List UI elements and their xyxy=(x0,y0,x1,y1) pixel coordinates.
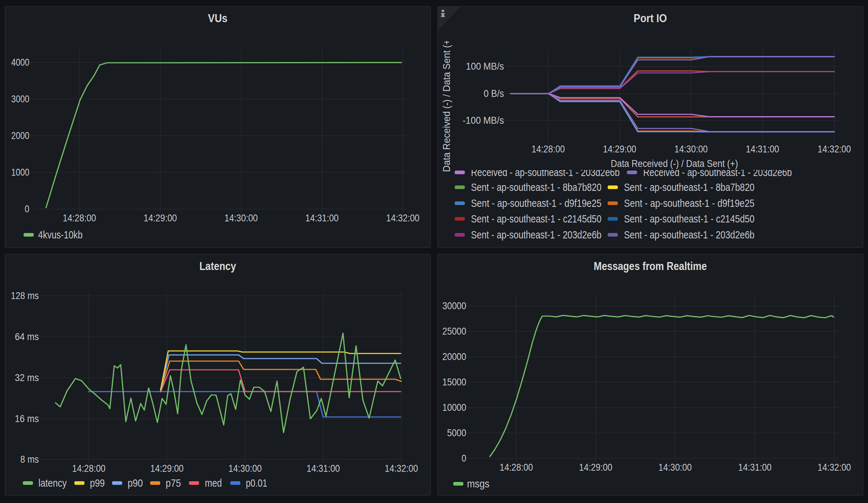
svg-text:0: 0 xyxy=(462,453,466,464)
svg-text:2000: 2000 xyxy=(11,130,29,141)
svg-text:Messages from Realtime: Messages from Realtime xyxy=(594,259,707,273)
svg-text:p0.01: p0.01 xyxy=(246,477,267,489)
svg-text:16 ms: 16 ms xyxy=(15,413,39,424)
svg-text:Data Received (-) / Data Sent: Data Received (-) / Data Sent (+) xyxy=(611,158,738,169)
svg-text:128 ms: 128 ms xyxy=(11,290,39,301)
svg-text:Received - ap-southeast-1 - 20: Received - ap-southeast-1 - 203d2e6b xyxy=(471,166,620,178)
svg-text:14:29:00: 14:29:00 xyxy=(150,463,184,474)
svg-text:med: med xyxy=(205,477,222,489)
svg-text:Sent - ap-southeast-1 - 203d2e: Sent - ap-southeast-1 - 203d2e6b xyxy=(624,229,755,241)
svg-text:Latency: Latency xyxy=(199,259,236,273)
svg-text:14:31:00: 14:31:00 xyxy=(738,462,772,473)
svg-text:14:30:00: 14:30:00 xyxy=(658,462,692,473)
svg-text:14:30:00: 14:30:00 xyxy=(224,213,258,224)
svg-text:100 MB/s: 100 MB/s xyxy=(466,61,504,72)
svg-text:Sent - ap-southeast-1 - 8ba7b8: Sent - ap-southeast-1 - 8ba7b820 xyxy=(471,181,602,193)
svg-text:14:32:00: 14:32:00 xyxy=(818,462,851,473)
svg-text:14:30:00: 14:30:00 xyxy=(228,463,262,474)
svg-text:3000: 3000 xyxy=(11,94,29,105)
svg-text:64 ms: 64 ms xyxy=(15,331,39,342)
svg-text:8 ms: 8 ms xyxy=(20,454,39,465)
svg-text:msgs: msgs xyxy=(467,478,489,490)
svg-text:32 ms: 32 ms xyxy=(15,372,39,383)
svg-text:14:31:00: 14:31:00 xyxy=(307,463,340,474)
svg-text:14:29:00: 14:29:00 xyxy=(144,213,177,224)
svg-text:Sent - ap-southeast-1 - c2145d: Sent - ap-southeast-1 - c2145d50 xyxy=(624,213,755,225)
svg-text:14:32:00: 14:32:00 xyxy=(386,213,419,224)
svg-text:Sent - ap-southeast-1 - 8ba7b8: Sent - ap-southeast-1 - 8ba7b820 xyxy=(624,181,755,193)
svg-text:-100 MB/s: -100 MB/s xyxy=(463,115,504,126)
svg-text:14:31:00: 14:31:00 xyxy=(305,213,339,224)
svg-text:VUs: VUs xyxy=(208,12,228,25)
svg-text:14:28:00: 14:28:00 xyxy=(500,462,533,473)
svg-text:p90: p90 xyxy=(128,477,143,489)
svg-text:p75: p75 xyxy=(166,477,181,489)
svg-text:14:31:00: 14:31:00 xyxy=(746,144,779,155)
svg-text:Sent - ap-southeast-1 - c2145d: Sent - ap-southeast-1 - c2145d50 xyxy=(471,213,602,225)
svg-text:14:29:00: 14:29:00 xyxy=(579,462,612,473)
svg-text:4kvus-10kb: 4kvus-10kb xyxy=(38,229,83,241)
svg-text:15000: 15000 xyxy=(442,377,466,388)
svg-text:4000: 4000 xyxy=(11,57,29,68)
svg-text:14:32:00: 14:32:00 xyxy=(818,144,851,155)
svg-text:14:32:00: 14:32:00 xyxy=(385,463,418,474)
svg-text:latency: latency xyxy=(38,477,67,489)
svg-text:1000: 1000 xyxy=(11,167,29,178)
svg-text:0: 0 xyxy=(25,204,29,214)
svg-text:Port IO: Port IO xyxy=(634,12,667,25)
svg-text:Sent - ap-southeast-1 - d9f19e: Sent - ap-southeast-1 - d9f19e25 xyxy=(471,197,602,209)
svg-text:5000: 5000 xyxy=(447,428,466,438)
svg-text:10000: 10000 xyxy=(442,402,466,413)
svg-text:14:28:00: 14:28:00 xyxy=(532,144,565,155)
svg-text:Sent - ap-southeast-1 - d9f19e: Sent - ap-southeast-1 - d9f19e25 xyxy=(624,197,755,209)
svg-text:14:29:00: 14:29:00 xyxy=(603,144,636,155)
svg-text:20000: 20000 xyxy=(442,351,466,362)
svg-text:30000: 30000 xyxy=(442,300,466,311)
svg-text:Sent - ap-southeast-1 - 203d2e: Sent - ap-southeast-1 - 203d2e6b xyxy=(471,229,602,241)
svg-text:14:28:00: 14:28:00 xyxy=(72,463,106,474)
svg-text:14:30:00: 14:30:00 xyxy=(674,144,708,155)
svg-text:p99: p99 xyxy=(90,477,105,489)
svg-text:Data Received (-) / Data Sent: Data Received (-) / Data Sent (+) xyxy=(441,36,452,172)
svg-text:25000: 25000 xyxy=(442,326,466,337)
svg-text:0 B/s: 0 B/s xyxy=(484,88,504,99)
svg-text:14:28:00: 14:28:00 xyxy=(63,213,96,224)
